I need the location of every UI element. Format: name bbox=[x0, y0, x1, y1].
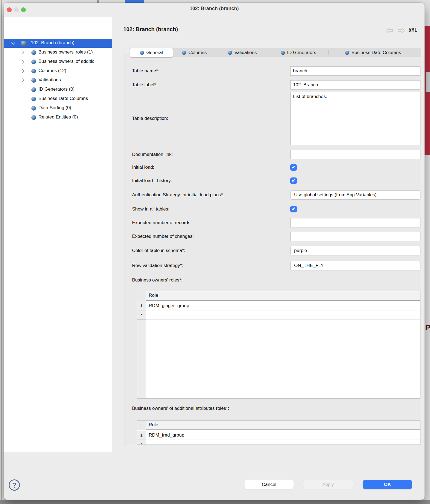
auth-strategy-label: Authentication Strategy for initial load… bbox=[132, 192, 224, 198]
background-red-panel bbox=[425, 26, 430, 155]
initial-load-label: Initial load: bbox=[132, 164, 154, 171]
grid-corner-cell bbox=[137, 421, 146, 430]
tab-id-generators[interactable]: ID Generators bbox=[269, 48, 328, 57]
show-in-all-tables-label: Show in all tables: bbox=[132, 206, 169, 212]
table-name-label: Table name*: bbox=[132, 68, 159, 74]
table-description-label: Table description: bbox=[132, 115, 168, 122]
background-bottom-strip bbox=[0, 500, 430, 504]
apply-button[interactable]: Apply bbox=[303, 480, 353, 489]
tab-general[interactable]: General bbox=[130, 48, 173, 57]
expected-changes-label: Expected number of changes: bbox=[132, 233, 194, 240]
role-cell[interactable]: RDM_fred_group bbox=[146, 431, 420, 440]
back-button[interactable] bbox=[385, 27, 393, 35]
role-cell-empty[interactable] bbox=[146, 310, 420, 320]
row-validation-dropdown[interactable]: ON_THE_FLY bbox=[290, 261, 420, 270]
role-cell[interactable]: RDM_ginger_group bbox=[146, 301, 420, 310]
role-cell-empty[interactable] bbox=[146, 440, 420, 445]
node-icon bbox=[31, 87, 36, 92]
owners-roles-label: Business owners' roles*: bbox=[132, 277, 183, 283]
row-number-cell[interactable]: 1 bbox=[137, 301, 146, 310]
chevron-down-icon[interactable] bbox=[11, 41, 15, 45]
initial-load-checkbox[interactable] bbox=[290, 164, 297, 171]
additional-roles-label: Business owners' of additional attribute… bbox=[132, 405, 229, 412]
new-row-marker-cell[interactable]: * bbox=[137, 440, 146, 445]
window-title: 102: Branch (branch) bbox=[4, 6, 425, 11]
expected-records-label: Expected number of records: bbox=[132, 220, 192, 226]
chevron-right-icon[interactable] bbox=[20, 78, 24, 82]
chevron-right-icon[interactable] bbox=[20, 69, 24, 73]
expected-records-input[interactable] bbox=[290, 218, 420, 227]
table-label-label: Table label*: bbox=[132, 82, 157, 88]
forward-button[interactable] bbox=[397, 27, 405, 35]
tab-business-date-columns[interactable]: Business Date Columns bbox=[328, 48, 418, 57]
new-row: * bbox=[137, 310, 420, 320]
schema-color-label: Color of table in schema*: bbox=[132, 247, 185, 254]
tab-icon bbox=[345, 51, 349, 55]
tab-icon bbox=[140, 51, 144, 55]
table-label-input[interactable]: 102: Branch bbox=[290, 80, 420, 90]
owners-roles-grid: Role 1 RDM_ginger_group * bbox=[137, 291, 420, 399]
expected-changes-input[interactable] bbox=[290, 232, 420, 241]
xml-view-button[interactable]: XML bbox=[409, 28, 417, 33]
grid-header-row: Role bbox=[137, 291, 420, 301]
initial-load-history-label: Initial load - history: bbox=[132, 177, 172, 184]
row-number-cell[interactable]: 1 bbox=[137, 431, 146, 440]
schema-color-dropdown[interactable]: purple bbox=[290, 246, 420, 255]
tree-item-branch[interactable]: 102: Branch (branch) bbox=[4, 39, 112, 48]
documentation-link-label: Documentation link: bbox=[132, 151, 173, 158]
ok-button[interactable]: OK bbox=[363, 480, 412, 489]
chevron-right-icon[interactable] bbox=[20, 51, 24, 54]
node-icon bbox=[31, 60, 36, 64]
auth-strategy-dropdown[interactable]: Use global settings (from App Variables) bbox=[290, 190, 420, 200]
chevron-right-icon[interactable] bbox=[20, 60, 24, 64]
tree-item-business-date-columns[interactable]: Business Date Columns bbox=[4, 94, 112, 103]
tree-item-data-sorting[interactable]: Data Sorting (0) bbox=[4, 104, 112, 113]
new-row: * bbox=[137, 440, 420, 445]
grid-header-row: Role bbox=[137, 421, 420, 430]
background-window-edge bbox=[1, 0, 2, 504]
header-separator bbox=[119, 41, 421, 41]
tree-item-id-generators[interactable]: ID Generators (0) bbox=[4, 85, 112, 94]
tab-bar: General Columns Validations ID Generator… bbox=[130, 48, 421, 57]
node-icon bbox=[31, 106, 36, 111]
node-icon bbox=[31, 69, 36, 73]
grid-column-header: Role bbox=[149, 422, 158, 428]
documentation-link-input[interactable] bbox=[290, 150, 420, 159]
tab-icon bbox=[228, 51, 232, 55]
table-description-textarea[interactable]: List of branches. bbox=[290, 92, 420, 145]
grid-corner-cell bbox=[137, 291, 146, 301]
cancel-button[interactable]: Cancel bbox=[244, 480, 294, 489]
tab-columns[interactable]: Columns bbox=[173, 48, 216, 57]
page-title: 102: Branch (branch) bbox=[123, 26, 178, 32]
table-row: 1 RDM_fred_group bbox=[137, 431, 420, 440]
grid-column-header: Role bbox=[149, 293, 158, 298]
node-icon bbox=[31, 97, 36, 101]
help-button[interactable]: ? bbox=[9, 479, 20, 491]
additional-roles-grid: Role 1 RDM_fred_group * bbox=[137, 420, 420, 445]
node-icon bbox=[31, 50, 36, 55]
row-validation-label: Row validation strategy*: bbox=[132, 262, 183, 269]
tab-icon bbox=[281, 51, 285, 55]
tree-item-validations[interactable]: Validations bbox=[4, 76, 112, 85]
background-partial-letter: P bbox=[425, 323, 430, 332]
tree-item-business-owners-additional[interactable]: Business owners' of additic bbox=[4, 57, 112, 66]
tree-item-columns[interactable]: Columns (12) bbox=[4, 67, 112, 76]
table-row: 1 RDM_ginger_group bbox=[137, 301, 420, 310]
table-icon bbox=[21, 41, 26, 46]
new-row-marker-cell[interactable]: * bbox=[137, 310, 146, 320]
node-icon bbox=[31, 115, 36, 120]
table-name-input[interactable]: branch bbox=[290, 66, 420, 76]
tab-icon bbox=[182, 51, 186, 55]
tree-item-related-entities[interactable]: Related Entities (0) bbox=[4, 113, 112, 122]
tab-validations[interactable]: Validations bbox=[216, 48, 269, 57]
node-icon bbox=[31, 78, 36, 83]
tree-item-business-owners-roles[interactable]: Business owners' roles (1) bbox=[4, 48, 112, 57]
initial-load-history-checkbox[interactable] bbox=[290, 177, 297, 184]
show-in-all-tables-checkbox[interactable] bbox=[290, 206, 297, 212]
background-right-strip: P bbox=[425, 0, 430, 504]
sidebar-tree: 102: Branch (branch) Business owners' ro… bbox=[4, 17, 112, 452]
background-red-panel-inset bbox=[426, 72, 430, 92]
